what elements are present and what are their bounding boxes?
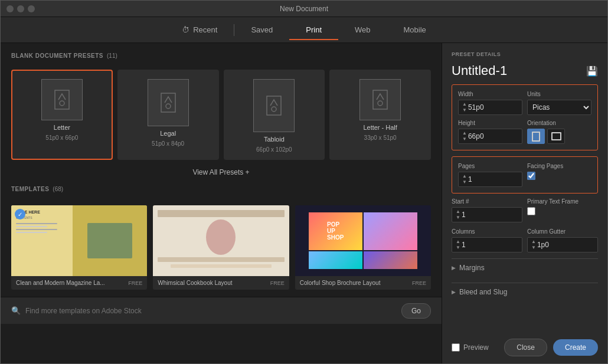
selected-badge: ✓ — [15, 209, 25, 219]
preset-card-letter-half[interactable]: Letter - Half 33p0 x 51p0 — [329, 70, 431, 160]
save-icon[interactable]: 💾 — [586, 65, 598, 77]
primary-text-checkbox[interactable] — [527, 207, 535, 215]
height-input-wrap: ▲ ▼ — [458, 129, 522, 144]
tab-saved[interactable]: Saved — [234, 19, 289, 40]
tab-recent[interactable]: ⏱ Recent — [165, 19, 234, 40]
start-num-input[interactable] — [462, 211, 519, 219]
height-down-btn[interactable]: ▼ — [461, 136, 468, 142]
preset-title: Untitled-1 — [452, 63, 507, 78]
units-select[interactable]: Picas Inches Millimeters Centimeters Poi… — [527, 100, 591, 115]
bleed-slug-label: Bleed and Slug — [459, 288, 507, 296]
primary-text-field: Primary Text Frame — [527, 198, 598, 222]
svg-point-3 — [166, 104, 171, 109]
preset-icon-tabloid — [253, 79, 295, 132]
columns-up-btn[interactable]: ▲ — [455, 239, 462, 245]
col-gutter-up-btn[interactable]: ▲ — [530, 239, 537, 245]
width-down-btn[interactable]: ▼ — [461, 107, 468, 113]
columns-input-wrap: ▲ ▼ — [452, 237, 522, 252]
tabs-bar: ⏱ Recent Saved Print Web Mobile — [1, 17, 607, 43]
traffic-light-close[interactable] — [6, 5, 14, 12]
preset-legal-name: Legal — [160, 130, 176, 137]
start-down-btn[interactable]: ▼ — [455, 215, 462, 221]
preset-card-tabloid[interactable]: Tabloid 66p0 x 102p0 — [224, 70, 325, 160]
pages-facing-group: Pages ▲ ▼ Facing Pages — [452, 156, 598, 194]
preset-letter-half-name: Letter - Half — [363, 124, 397, 131]
start-primary-row: Start # ▲ ▼ Primary Text Frame — [452, 198, 598, 222]
block-4 — [364, 251, 417, 270]
pages-down-btn[interactable]: ▼ — [461, 179, 468, 185]
columns-gutter-row: Columns ▲ ▼ Column Gutter ▲ ▼ — [452, 228, 598, 252]
start-up-btn[interactable]: ▲ — [455, 209, 462, 215]
primary-text-label: Primary Text Frame — [527, 198, 598, 205]
units-label: Units — [527, 91, 591, 97]
tab-mobile[interactable]: Mobile — [387, 19, 443, 40]
view-all-presets[interactable]: View All Presets + — [11, 168, 431, 176]
pages-input[interactable] — [468, 175, 519, 183]
primary-text-row — [527, 207, 598, 215]
template-name-1: Clean and Modern Magazine La... — [16, 280, 105, 286]
preset-title-row: Untitled-1 💾 — [452, 63, 598, 78]
columns-input[interactable] — [462, 241, 519, 249]
preview-wrap: Preview — [452, 343, 489, 352]
preset-letter-size: 51p0 x 66p0 — [45, 135, 78, 141]
width-up-btn[interactable]: ▲ — [461, 101, 468, 107]
svg-point-1 — [60, 101, 64, 106]
col-gutter-field: Column Gutter ▲ ▼ — [527, 228, 598, 252]
traffic-light-minimize[interactable] — [17, 5, 24, 12]
col-gutter-input[interactable] — [537, 241, 595, 249]
tab-print-label: Print — [306, 25, 322, 34]
template-badge-3: FREE — [412, 280, 426, 286]
search-bar: 🔍 Go — [1, 297, 442, 324]
tab-print[interactable]: Print — [289, 19, 338, 40]
title-bar: New Document — [1, 1, 607, 17]
facing-pages-checkbox[interactable] — [527, 172, 535, 180]
preview-checkbox[interactable] — [452, 343, 460, 352]
preset-card-legal[interactable]: Legal 51p0 x 84p0 — [117, 70, 219, 160]
tab-web-label: Web — [355, 25, 371, 34]
height-input[interactable] — [468, 132, 519, 140]
facing-pages-field: Facing Pages — [527, 163, 591, 187]
start-num-field: Start # ▲ ▼ — [452, 198, 522, 222]
block-1: POPUPSHOP — [309, 212, 362, 250]
template-name-3: Colorful Shop Brochure Layout — [300, 280, 381, 286]
portrait-icon — [532, 132, 540, 142]
template-thumb-3: POPUPSHOP — [295, 205, 431, 276]
height-up-btn[interactable]: ▲ — [461, 130, 468, 136]
preset-card-letter[interactable]: Letter 51p0 x 66p0 — [11, 70, 113, 160]
traffic-light-maximize[interactable] — [28, 5, 35, 12]
width-input[interactable] — [468, 103, 519, 112]
close-button[interactable]: Close — [504, 339, 547, 356]
bleed-slug-accordion[interactable]: ▶ Bleed and Slug — [452, 283, 598, 301]
height-label: Height — [458, 120, 522, 126]
create-button[interactable]: Create — [553, 339, 598, 356]
landscape-button[interactable] — [547, 129, 565, 144]
margins-accordion[interactable]: ▶ Margins — [452, 258, 598, 277]
col-gutter-spinners: ▲ ▼ — [530, 239, 537, 251]
template-card-brochure[interactable]: POPUPSHOP Colorful Shop Brochure Layout … — [295, 205, 431, 290]
start-num-input-wrap: ▲ ▼ — [452, 207, 522, 222]
portrait-button[interactable] — [527, 129, 545, 144]
orientation-buttons — [527, 129, 591, 144]
template-label-2: Whimsical Cookbook Layout FREE — [153, 276, 289, 290]
columns-spinners: ▲ ▼ — [455, 239, 462, 251]
bleed-slug-arrow-icon: ▶ — [452, 289, 456, 295]
template-badge-2: FREE — [270, 280, 285, 286]
go-button[interactable]: Go — [401, 303, 431, 319]
preset-legal-size: 51p0 x 84p0 — [152, 140, 184, 147]
tab-web[interactable]: Web — [338, 19, 387, 40]
left-panel: BLANK DOCUMENT PRESETS (11) Letter 51p0 … — [1, 43, 442, 364]
preview-label: Preview — [463, 343, 489, 352]
search-input[interactable] — [25, 307, 397, 315]
tab-saved-label: Saved — [251, 25, 273, 34]
template-thumb-1: ✓ TITLE HERE CONTENTS — [11, 205, 147, 276]
pages-up-btn[interactable]: ▲ — [461, 173, 468, 179]
col-gutter-down-btn[interactable]: ▼ — [530, 245, 537, 251]
template-label-1: Clean and Modern Magazine La... FREE — [11, 276, 147, 290]
template-name-2: Whimsical Cookbook Layout — [158, 280, 232, 286]
template-card-cookbook[interactable]: Whimsical Cookbook Layout FREE — [153, 205, 289, 290]
orientation-label: Orientation — [527, 120, 591, 126]
columns-down-btn[interactable]: ▼ — [455, 245, 462, 251]
columns-field: Columns ▲ ▼ — [452, 228, 522, 252]
preset-icon-letter — [41, 79, 83, 120]
template-card-magazine[interactable]: ✓ TITLE HERE CONTENTS — [11, 205, 147, 290]
